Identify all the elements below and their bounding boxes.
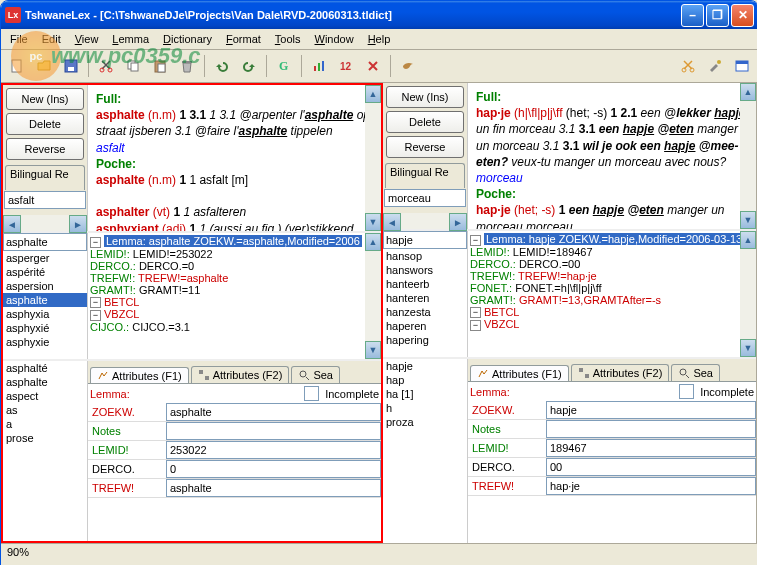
menu-window[interactable]: Window	[308, 31, 361, 47]
list-item[interactable]: asphyxie	[3, 335, 87, 349]
list-item[interactable]: hap	[383, 373, 467, 387]
tab-attr-f1[interactable]: Attributes (F1)	[90, 367, 189, 384]
derco-input-r[interactable]	[546, 458, 756, 476]
menu-tools[interactable]: Tools	[268, 31, 308, 47]
new-button-r[interactable]: New (Ins)	[386, 86, 464, 108]
vscroll[interactable]: ▲▼	[740, 83, 756, 229]
menu-dictionary[interactable]: Dictionary	[156, 31, 219, 47]
menu-format[interactable]: Format	[219, 31, 268, 47]
lemid-input[interactable]	[166, 441, 381, 459]
mini-input-r[interactable]: morceau	[384, 189, 466, 207]
list-item[interactable]: asperger	[3, 251, 87, 265]
word-list2-left[interactable]: asphaltéasphalteaspectasaprose	[3, 361, 88, 541]
list-item[interactable]: h	[383, 401, 467, 415]
delete-button-r[interactable]: Delete	[386, 111, 464, 133]
svg-rect-9	[182, 61, 192, 63]
tb-date-icon[interactable]: 12	[334, 54, 358, 78]
list-item[interactable]: aspérité	[3, 265, 87, 279]
menu-lemma[interactable]: Lemma	[105, 31, 156, 47]
tb-copy-icon[interactable]	[121, 54, 145, 78]
menu-edit[interactable]: Edit	[35, 31, 68, 47]
zoekw-input-r[interactable]	[546, 401, 756, 419]
minimize-button[interactable]: –	[681, 4, 704, 27]
list-item[interactable]: proza	[383, 415, 467, 429]
notes-input-r[interactable]	[546, 420, 756, 438]
delete-button[interactable]: Delete	[6, 113, 84, 135]
vscroll[interactable]: ▲▼	[365, 233, 381, 359]
new-button[interactable]: New (Ins)	[6, 88, 84, 110]
list-item[interactable]: aspersion	[3, 279, 87, 293]
tab-search-r[interactable]: Sea	[671, 364, 720, 381]
incomplete-checkbox[interactable]	[304, 386, 319, 401]
svg-rect-6	[131, 63, 138, 71]
tb-google-icon[interactable]: G	[272, 54, 296, 78]
list-item[interactable]: hapering	[383, 333, 467, 347]
link-morceau[interactable]: morceau	[476, 171, 523, 185]
tree-right[interactable]: −Lemma: hapje ZOEKW.=hapje,Modified=2006…	[468, 231, 756, 357]
tb-tools-icon[interactable]	[703, 54, 727, 78]
maximize-button[interactable]: ❐	[706, 4, 729, 27]
search-input-left[interactable]	[3, 233, 87, 251]
tb-new-icon[interactable]	[5, 54, 29, 78]
search-input-right[interactable]	[383, 231, 467, 249]
tb-redo-icon[interactable]	[237, 54, 261, 78]
incomplete-checkbox-r[interactable]	[679, 384, 694, 399]
list-item[interactable]: ha [1]	[383, 387, 467, 401]
list-item[interactable]: hanteren	[383, 291, 467, 305]
trefw-input-r[interactable]	[546, 477, 756, 495]
list-item[interactable]: hanteerb	[383, 277, 467, 291]
list-item[interactable]: prose	[3, 431, 87, 445]
list-item[interactable]: as	[3, 403, 87, 417]
list-item[interactable]: aspect	[3, 389, 87, 403]
tb-trash-icon[interactable]	[175, 54, 199, 78]
list-item[interactable]: asphalte	[3, 375, 87, 389]
word-list-left[interactable]: aspergeraspéritéaspersionasphalteasphyxi…	[3, 251, 87, 359]
tb-paste-icon[interactable]	[148, 54, 172, 78]
list-item[interactable]: hanzesta	[383, 305, 467, 319]
tab-attr-f2[interactable]: Attributes (F2)	[191, 366, 290, 383]
link-asfalt[interactable]: asfalt	[96, 141, 125, 155]
word-list-right[interactable]: hansophansworshanteerbhanterenhanzestaha…	[383, 249, 467, 357]
tb-chart-icon[interactable]	[307, 54, 331, 78]
tree-left[interactable]: −Lemma: asphalte ZOEKW.=asphalte,Modifie…	[88, 233, 381, 359]
hscroll[interactable]: ◄►	[383, 213, 467, 229]
tab-bilingual-r[interactable]: Bilingual Re	[385, 163, 465, 188]
hscroll[interactable]: ◄►	[3, 215, 87, 231]
list-item[interactable]: asphalté	[3, 361, 87, 375]
tb-bird-icon[interactable]	[396, 54, 420, 78]
tab-attr-f1-r[interactable]: Attributes (F1)	[470, 365, 569, 382]
list-item[interactable]: asphyxié	[3, 321, 87, 335]
derco-input[interactable]	[166, 460, 381, 478]
list-item[interactable]: hanswors	[383, 263, 467, 277]
menu-view[interactable]: View	[68, 31, 106, 47]
list-item[interactable]: haperen	[383, 319, 467, 333]
list-item[interactable]: a	[3, 417, 87, 431]
tb-scissors-icon[interactable]	[676, 54, 700, 78]
tb-undo-icon[interactable]	[210, 54, 234, 78]
tb-save-icon[interactable]	[59, 54, 83, 78]
list-item[interactable]: asphyxia	[3, 307, 87, 321]
mini-input[interactable]: asfalt	[4, 191, 86, 209]
vscroll[interactable]: ▲▼	[365, 85, 381, 231]
menu-file[interactable]: File	[3, 31, 35, 47]
tb-cut-icon[interactable]	[94, 54, 118, 78]
reverse-button-r[interactable]: Reverse	[386, 136, 464, 158]
vscroll[interactable]: ▲▼	[740, 231, 756, 357]
word-list2-right[interactable]: hapjehapha [1]hproza	[383, 359, 468, 543]
trefw-input[interactable]	[166, 479, 381, 497]
tab-bilingual[interactable]: Bilingual Re	[5, 165, 85, 190]
list-item[interactable]: hapje	[383, 359, 467, 373]
tb-window-icon[interactable]	[730, 54, 754, 78]
menu-help[interactable]: Help	[361, 31, 398, 47]
tab-attr-f2-r[interactable]: Attributes (F2)	[571, 364, 670, 381]
tb-delete-icon[interactable]	[361, 54, 385, 78]
close-button[interactable]: ✕	[731, 4, 754, 27]
list-item[interactable]: hansop	[383, 249, 467, 263]
notes-input[interactable]	[166, 422, 381, 440]
tab-search[interactable]: Sea	[291, 366, 340, 383]
lemid-input-r[interactable]	[546, 439, 756, 457]
tb-open-icon[interactable]	[32, 54, 56, 78]
zoekw-input[interactable]	[166, 403, 381, 421]
list-item[interactable]: asphalte	[3, 293, 87, 307]
reverse-button[interactable]: Reverse	[6, 138, 84, 160]
